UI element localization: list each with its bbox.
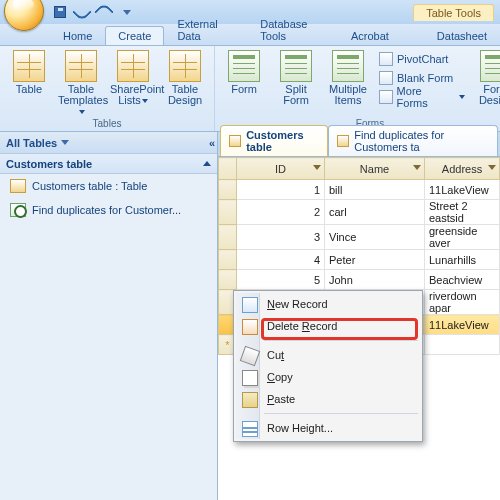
cut-icon <box>240 346 261 367</box>
dropdown-icon[interactable] <box>313 165 321 170</box>
cmd-table-design[interactable]: TableDesign <box>162 50 208 106</box>
cmd-multiple-items[interactable]: MultipleItems <box>325 50 371 106</box>
form-icon <box>228 50 260 82</box>
contextual-tab-label: Table Tools <box>413 4 494 21</box>
query-icon <box>10 203 26 217</box>
cmd-more-forms[interactable]: More Forms <box>377 88 467 106</box>
table-icon <box>10 179 26 193</box>
table-row[interactable]: 4PeterLunarhills <box>219 250 500 270</box>
tab-home[interactable]: Home <box>50 26 105 45</box>
document-tabs: Customers table Find duplicates for Cust… <box>218 132 500 156</box>
chevron-up-icon <box>203 161 211 166</box>
nav-header[interactable]: All Tables « <box>0 132 217 154</box>
ribbon: Table TableTemplates SharePointLists Tab… <box>0 46 500 132</box>
menu-paste[interactable]: Paste <box>236 388 420 410</box>
tab-external-data[interactable]: External Data <box>164 14 247 45</box>
table-row[interactable]: 3Vincegreenside aver <box>219 225 500 250</box>
chevron-down-icon <box>459 95 465 99</box>
menu-cut[interactable]: Cut <box>236 344 420 366</box>
chevron-down-icon <box>79 110 85 114</box>
group-forms: Form SplitForm MultipleItems PivotChart … <box>215 46 500 131</box>
table-icon <box>229 135 241 147</box>
redo-button[interactable] <box>94 3 114 21</box>
form-design-icon <box>480 50 500 82</box>
context-menu: New Record Delete Record Cut Copy Paste … <box>233 290 423 442</box>
navigation-pane: All Tables « Customers table Customers t… <box>0 132 218 500</box>
nav-item-customers-table[interactable]: Customers table : Table <box>0 174 217 198</box>
doc-tab-label: Customers table <box>246 129 319 153</box>
nav-header-label: All Tables <box>6 137 57 149</box>
doc-tab-duplicates[interactable]: Find duplicates for Customers ta <box>328 125 498 156</box>
cmd-table-templates[interactable]: TableTemplates <box>58 50 104 117</box>
menu-new-record[interactable]: New Record <box>236 293 420 315</box>
undo-icon <box>72 2 92 22</box>
chevron-down-icon <box>123 10 131 15</box>
table-templates-icon <box>65 50 97 82</box>
header-row: ID Name Address <box>219 158 500 180</box>
table-row[interactable]: 2carlStreet 2 eastsid <box>219 200 500 225</box>
col-name[interactable]: Name <box>325 158 425 180</box>
tab-database-tools[interactable]: Database Tools <box>247 14 338 45</box>
doc-tab-label: Find duplicates for Customers ta <box>354 129 489 153</box>
row-height-icon <box>242 421 258 437</box>
nav-item-label: Find duplicates for Customer... <box>32 204 181 216</box>
menu-separator <box>264 413 418 414</box>
group-label-tables: Tables <box>6 117 208 130</box>
dropdown-icon[interactable] <box>413 165 421 170</box>
collapse-nav-icon[interactable]: « <box>209 137 211 149</box>
undo-button[interactable] <box>72 3 92 21</box>
quick-access-toolbar <box>50 3 136 21</box>
forms-small-stack: PivotChart Blank Form More Forms <box>377 50 467 106</box>
cmd-split-form[interactable]: SplitForm <box>273 50 319 106</box>
col-address[interactable]: Address <box>425 158 500 180</box>
nav-section[interactable]: Customers table <box>0 154 217 174</box>
menu-copy[interactable]: Copy <box>236 366 420 388</box>
split-form-icon <box>280 50 312 82</box>
nav-item-find-duplicates[interactable]: Find duplicates for Customer... <box>0 198 217 222</box>
group-tables: Table TableTemplates SharePointLists Tab… <box>0 46 215 131</box>
chevron-down-icon <box>142 99 148 103</box>
copy-icon <box>242 370 258 386</box>
new-record-icon <box>242 297 258 313</box>
tab-datasheet[interactable]: Datasheet <box>424 26 500 45</box>
save-icon <box>54 6 66 18</box>
sharepoint-icon <box>117 50 149 82</box>
paste-icon <box>242 392 258 408</box>
menu-delete-record[interactable]: Delete Record <box>236 315 420 337</box>
table-icon <box>13 50 45 82</box>
redo-icon <box>94 2 114 22</box>
menu-separator <box>264 340 418 341</box>
multiple-items-icon <box>332 50 364 82</box>
nav-item-label: Customers table : Table <box>32 180 147 192</box>
cmd-sharepoint-lists[interactable]: SharePointLists <box>110 50 156 106</box>
tab-create[interactable]: Create <box>105 26 164 45</box>
qat-customize[interactable] <box>116 3 136 21</box>
table-icon <box>337 135 349 147</box>
cmd-table[interactable]: Table <box>6 50 52 95</box>
more-forms-icon <box>379 90 393 104</box>
save-button[interactable] <box>50 3 70 21</box>
chevron-down-icon <box>61 140 69 145</box>
pivotchart-icon <box>379 52 393 66</box>
cmd-pivotchart[interactable]: PivotChart <box>377 50 467 68</box>
dropdown-icon[interactable] <box>488 165 496 170</box>
tab-acrobat[interactable]: Acrobat <box>338 26 402 45</box>
table-row[interactable]: 1bill11LakeView <box>219 180 500 200</box>
ribbon-tabs: Home Create External Data Database Tools… <box>0 24 500 46</box>
table-design-icon <box>169 50 201 82</box>
select-all-cell[interactable] <box>219 158 237 180</box>
delete-record-icon <box>242 319 258 335</box>
cmd-form-design[interactable]: FormDesign <box>473 50 500 106</box>
cmd-form[interactable]: Form <box>221 50 267 95</box>
col-id[interactable]: ID <box>237 158 325 180</box>
table-row[interactable]: 5JohnBeachview <box>219 270 500 290</box>
blank-form-icon <box>379 71 393 85</box>
doc-tab-customers[interactable]: Customers table <box>220 125 328 156</box>
nav-section-label: Customers table <box>6 158 92 170</box>
menu-row-height[interactable]: Row Height... <box>236 417 420 439</box>
